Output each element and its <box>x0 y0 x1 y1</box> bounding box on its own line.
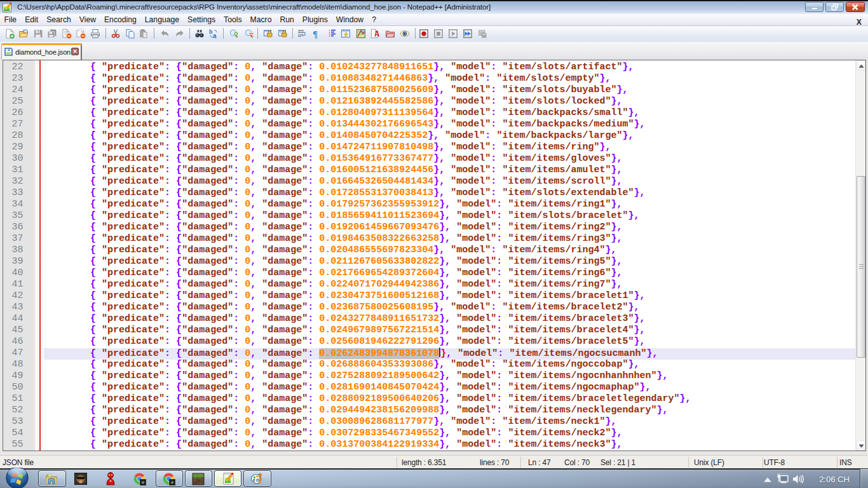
svg-text:a: a <box>213 32 217 39</box>
svg-text:¶: ¶ <box>313 29 318 39</box>
